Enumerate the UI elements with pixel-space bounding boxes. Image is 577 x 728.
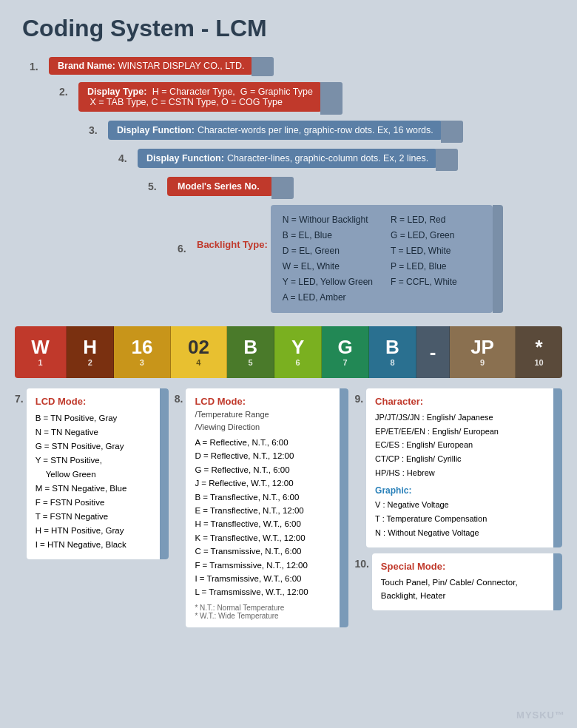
panel9-item-CT: CT/CP : English/ Cyrillic	[375, 452, 553, 466]
page-title: Coding System - LCM	[15, 15, 562, 42]
row-2: 2. Display Type: H = Character Type, G =…	[59, 82, 562, 115]
panel10: Special Mode: Touch Panel, Pin/ Cable/ C…	[372, 553, 562, 611]
panel8-item-L: L = Tramsmissive, W.T., 12:00	[195, 585, 340, 599]
panel9: Character: JP/JT/JS/JN : English/ Japane…	[366, 388, 562, 547]
panel7-item-B: B = TN Positive, Gray	[36, 411, 160, 425]
bar-star: * 10	[516, 326, 562, 378]
row5-box: Model's Series No.	[167, 177, 273, 196]
panel10-title: Special Mode:	[381, 561, 553, 572]
panel9-number: 9.	[354, 388, 363, 405]
bar-W: W 1	[15, 326, 67, 378]
bar-letter-dash: -	[430, 343, 436, 362]
row6-item-T: T = LED, White	[391, 243, 481, 259]
bar-02: 02 4	[171, 326, 228, 378]
panels-9-10: 9. Character: JP/JT/JS/JN : English/ Jap…	[354, 388, 562, 610]
panel7-item-G: G = STN Positive, Gray	[36, 439, 160, 454]
bar-number-6: 6	[296, 358, 300, 367]
panel7-item-Y2: Yellow Green	[36, 468, 160, 482]
bar-letter-G: G	[337, 337, 352, 357]
row6-label: Backlight Type:	[197, 239, 268, 250]
panel9-char-title: Character:	[375, 396, 553, 407]
panel8-number: 8.	[175, 388, 183, 405]
color-bar: W 1 H 2 16 3 02 4 B 5 Y 6 G 7 B 8	[15, 326, 562, 378]
row1-box: Brand Name: WINSTAR DISPLAY CO., LTD.	[49, 57, 253, 75]
row4-label: Display Function:	[146, 153, 224, 164]
panel9-graphic-N: N : Without Negative Voltage	[375, 526, 553, 540]
panel8-item-F: F = Tramsmissive, N.T., 12:00	[195, 559, 340, 572]
row3-content: Character-words per line, graphic-row do…	[198, 125, 433, 135]
bar-number-8: 8	[390, 358, 394, 367]
bar-letter-H: H	[83, 337, 97, 357]
panel8-item-J: J = Reflective, W.T., 12:00	[195, 476, 340, 490]
panel7-item-F: F = FSTN Positive	[36, 496, 160, 510]
panel7-item-I: I = HTN Negative, Black	[36, 538, 160, 552]
panel9-bracket	[553, 388, 562, 547]
bar-letter-B: B	[243, 337, 257, 357]
bar-number-2: 2	[88, 358, 92, 367]
bar-number-10: 10	[534, 358, 543, 367]
bar-letter-B2: B	[385, 337, 399, 357]
row6-item-P: P = LED, Blue	[391, 259, 481, 274]
panel8-subtitle2: /Viewing Direction	[195, 421, 340, 434]
row5-number: 5.	[148, 177, 164, 192]
row-6: 6. Backlight Type: N = Withour Backlight…	[178, 205, 562, 313]
row6-bracket	[493, 205, 503, 313]
row3-number: 3.	[89, 121, 105, 136]
panel8-title-row: LCD Mode:	[195, 396, 340, 407]
panel7-bracket	[160, 388, 169, 559]
bottom-panels: 7. LCD Mode: B = TN Positive, Gray N = T…	[15, 388, 562, 627]
row-5: 5. Model's Series No.	[148, 177, 562, 199]
panel9-item-HP: HP/HS : Hebrew	[375, 466, 553, 480]
row3-label: Display Function:	[117, 125, 195, 135]
panel10-wrapper: 10. Special Mode: Touch Panel, Pin/ Cabl…	[354, 553, 562, 611]
row-3: 3. Display Function: Character-words per…	[89, 121, 562, 143]
row2-content-h: H = Character Type, G = Graphic Type	[149, 87, 312, 97]
row6-item-W: W = EL, White	[283, 259, 373, 274]
panel8-item-A: A = Reflective, N.T., 6:00	[195, 436, 340, 449]
panel7-item-T: T = FSTN Negative	[36, 510, 160, 524]
row6-item-Y: Y = LED, Yellow Green	[283, 274, 373, 290]
row4-number: 4.	[118, 149, 135, 164]
panel8-item-E: E = Transflective, N.T., 12:00	[195, 504, 340, 517]
panel10-bracket	[553, 553, 562, 611]
bar-letter-02: 02	[188, 337, 209, 357]
panel8-item-C: C = Transmissive, N.T., 6:00	[195, 545, 340, 558]
row2-box: Display Type: H = Character Type, G = Gr…	[78, 82, 322, 112]
row6-item-A: A = LED, Amber	[283, 290, 373, 306]
panel8-item-B: B = Transflective, N.T., 6:00	[195, 491, 340, 504]
row6-content: Backlight Type: N = Withour Backlight B …	[197, 205, 503, 313]
row6-col-right: R = LED, Red G = LED, Green T = LED, Whi…	[391, 212, 481, 306]
row1-content: WINSTAR DISPLAY CO., LTD.	[118, 61, 245, 71]
row4-content: Character-lines, graphic-column dots. Ex…	[227, 153, 428, 164]
panel8-wrapper: 8. LCD Mode: /Temperature Range /Viewing…	[175, 388, 349, 627]
panel8-item-I: I = Tramsmissive, W.T., 6:00	[195, 572, 340, 585]
panel7-number: 7.	[15, 388, 24, 405]
row6-item-B: B = EL, Blue	[283, 228, 373, 243]
panel7-item-H: H = HTN Positive, Gray	[36, 524, 160, 538]
bar-number-5: 5	[249, 358, 253, 367]
row2-number: 2.	[59, 82, 75, 98]
bar-number-3: 3	[140, 358, 144, 367]
row2-label: Display Type:	[87, 87, 146, 97]
row-1: 1. Brand Name: WINSTAR DISPLAY CO., LTD.	[30, 57, 562, 76]
row5-label: Model's Series No.	[178, 181, 260, 192]
row2-content-x: X = TAB Type, C = CSTN Type, O = COG Typ…	[87, 97, 283, 107]
row2-line1: Display Type: H = Character Type, G = Gr…	[87, 87, 313, 97]
row2-line2: X = TAB Type, C = CSTN Type, O = COG Typ…	[87, 97, 283, 107]
bar-H: H 2	[67, 326, 114, 378]
row6-item-D: D = EL, Green	[283, 243, 373, 259]
bar-B2: B 8	[369, 326, 416, 378]
panel7-title: LCD Mode:	[36, 396, 160, 407]
panel9-item-EP: EP/ET/EE/EN : English/ European	[375, 425, 553, 439]
panel8-item-D: D = Reflective, N.T., 12:00	[195, 449, 340, 462]
row6-col-left: N = Withour Backlight B = EL, Blue D = E…	[283, 212, 373, 306]
bar-G: G 7	[322, 326, 369, 378]
panel8-note1: * N.T.: Normal Temperature	[195, 604, 340, 612]
panel9-wrapper: 9. Character: JP/JT/JS/JN : English/ Jap…	[354, 388, 562, 547]
bar-letter-star: *	[536, 337, 543, 357]
bar-letter-Y: Y	[291, 337, 304, 357]
row3-box: Display Function: Character-words per li…	[108, 121, 442, 140]
panel7-wrapper: 7. LCD Mode: B = TN Positive, Gray N = T…	[15, 388, 169, 559]
panel8-title: LCD Mode:	[195, 396, 246, 407]
panel9-graphic-T: T : Temperature Compensation	[375, 512, 553, 526]
